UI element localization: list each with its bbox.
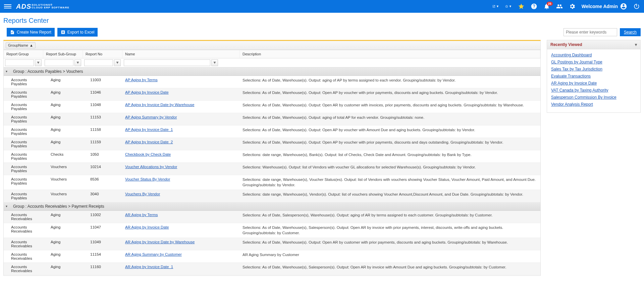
col-header-name[interactable]: Name xyxy=(122,50,240,58)
cell-desc: Selections: As of Date, Warehouse(s). Ou… xyxy=(240,140,540,148)
cell-group: Accounts Receivables xyxy=(4,213,43,221)
report-link[interactable]: AP Aging by Invoice Date by Warehouse xyxy=(125,103,194,107)
cell-group: Accounts Payables xyxy=(4,115,43,123)
logo[interactable]: ADS SOLUTIONS® CLOUD ERP SOFTWARE xyxy=(16,3,69,10)
report-link[interactable]: AR Aging by Invoice Date xyxy=(125,225,169,229)
recent-link[interactable]: Salesperson Commission By Invoice xyxy=(551,95,636,100)
cell-name: Vouchers By Vendor xyxy=(122,192,240,200)
filter-btn-name[interactable] xyxy=(211,59,218,66)
cell-no: 11049 xyxy=(83,240,122,248)
filter-sub[interactable] xyxy=(45,59,73,66)
cell-group: Accounts Payables xyxy=(4,103,43,111)
report-link[interactable]: Voucher Allocations by Vendor xyxy=(125,165,177,169)
cell-desc: Selections: As of Date, Salesperson(s), … xyxy=(240,213,540,221)
create-report-button[interactable]: Create New Report xyxy=(7,28,55,37)
cell-no: 10214 xyxy=(83,165,122,173)
col-header-sub[interactable]: Report Sub-Group xyxy=(43,50,83,58)
filter-group[interactable] xyxy=(5,59,34,66)
recent-link[interactable]: Sales Tax by Tax Jurisdiction xyxy=(551,67,636,71)
cell-sub: Vouchers xyxy=(43,177,83,188)
cell-no: 11160 xyxy=(83,265,122,273)
cell-no: 11158 xyxy=(83,128,122,136)
group-row[interactable]: ▾Group : Accounts Receivables > Payment … xyxy=(4,202,540,211)
group-chip[interactable]: GroupName ▲ xyxy=(6,42,36,48)
cell-sub: Aging xyxy=(43,240,83,248)
collapse-icon[interactable]: ▾ xyxy=(6,204,7,208)
share-icon[interactable]: ▼ xyxy=(492,3,499,10)
cell-desc: Selections: As of Date, Warehouse(s). Ou… xyxy=(240,103,540,111)
filter-no[interactable] xyxy=(84,59,113,66)
gear-icon[interactable] xyxy=(569,3,576,10)
report-link[interactable]: AP Aging by Invoice Date xyxy=(125,90,169,94)
report-link[interactable]: Voucher Status By Vendor xyxy=(125,177,170,181)
col-header-group[interactable]: Report Group xyxy=(4,50,43,58)
col-header-desc[interactable]: Description xyxy=(240,50,540,58)
bell-icon[interactable]: 25 xyxy=(543,3,550,10)
filter-btn-sub[interactable] xyxy=(74,59,81,66)
col-header-no[interactable]: Report No xyxy=(83,50,122,58)
table-row: Accounts ReceivablesAging11002AR Aging b… xyxy=(4,211,540,223)
cell-group: Accounts Receivables xyxy=(4,265,43,273)
collapse-icon[interactable]: ▾ xyxy=(6,69,7,73)
report-link[interactable]: Checkbook by Check Date xyxy=(125,152,171,156)
table-row: Accounts PayablesAging11046AP Aging by I… xyxy=(4,88,540,101)
cell-group: Accounts Payables xyxy=(4,165,43,173)
recent-link[interactable]: Vendor Analysis Report xyxy=(551,102,636,107)
cell-no: 1050 xyxy=(83,152,122,160)
report-link[interactable]: Vouchers By Vendor xyxy=(125,192,160,196)
report-link[interactable]: AP Aging by Terms xyxy=(125,78,158,82)
recent-link[interactable]: GL Postings by Journal Type xyxy=(551,60,636,64)
cell-desc: Selections: As of Date, Warehouse(s). Ou… xyxy=(240,115,540,123)
reports-grid: GroupName ▲ Report Group Report Sub-Grou… xyxy=(3,40,541,276)
cell-sub: Aging xyxy=(43,128,83,136)
report-link[interactable]: AP Aging by Invoice Date_2 xyxy=(125,140,173,144)
sort-asc-icon: ▲ xyxy=(30,43,33,47)
recent-link[interactable]: VAT Canada by Taxing Authority xyxy=(551,88,636,93)
recently-viewed-header: Recently Viewed ▾ xyxy=(547,40,640,49)
search-input[interactable] xyxy=(564,28,617,36)
content-area: GroupName ▲ Report Group Report Sub-Grou… xyxy=(0,40,644,279)
chevron-down-icon[interactable]: ▾ xyxy=(635,42,637,47)
cell-name: AR Aging by Invoice Date by Warehouse xyxy=(122,240,240,248)
star-filled-icon[interactable] xyxy=(518,3,525,10)
search-button[interactable]: Search xyxy=(620,28,641,36)
report-link[interactable]: AR Aging by Invoice Date_1 xyxy=(125,265,173,269)
cell-desc: Selections: As of Date, Warehouse(s). Ou… xyxy=(240,90,540,98)
cell-no: 11153 xyxy=(83,115,122,123)
group-row[interactable]: ▾Group : Accounts Payables > Vouchers xyxy=(4,67,540,76)
cell-sub: Checks xyxy=(43,152,83,160)
hamburger-menu[interactable] xyxy=(4,3,11,9)
welcome-user[interactable]: Welcome Admin xyxy=(582,3,627,10)
star-outline-icon[interactable]: ▼ xyxy=(505,3,512,10)
export-excel-button[interactable]: Export to Excel xyxy=(57,28,98,37)
filter-btn-group[interactable] xyxy=(35,59,42,66)
report-link[interactable]: AP Aging by Invoice Date_1 xyxy=(125,128,173,132)
report-link[interactable]: AR Aging by Invoice Date by Warehouse xyxy=(125,240,195,244)
cell-group: Accounts Receivables xyxy=(4,252,43,260)
table-row: Accounts PayablesAging11003AP Aging by T… xyxy=(4,76,540,88)
filter-name[interactable] xyxy=(124,59,210,66)
cell-sub: Aging xyxy=(43,265,83,273)
cell-group: Accounts Payables xyxy=(4,177,43,188)
report-link[interactable]: AP Aging Summary by Vendor xyxy=(125,115,177,119)
recent-link[interactable]: AR Aging by Invoice Date xyxy=(551,81,636,86)
notif-badge: 25 xyxy=(547,2,553,6)
power-icon[interactable] xyxy=(633,3,640,10)
cell-desc: Selections: As of Date, Warehouse(s). Ou… xyxy=(240,240,540,248)
cell-sub: Aging xyxy=(43,225,83,236)
cell-desc: Selections: date range, Warehouse(s), Ve… xyxy=(240,192,540,200)
cell-group: Accounts Payables xyxy=(4,192,43,200)
cell-name: AP Aging by Invoice Date xyxy=(122,90,240,98)
recent-link[interactable]: Accounting Dashboard xyxy=(551,53,636,57)
report-link[interactable]: AR Aging by Terms xyxy=(125,213,158,217)
cell-desc: Selections: As of Date, Warehouse(s), Sa… xyxy=(240,265,540,273)
help-icon[interactable] xyxy=(531,3,537,10)
grid-body[interactable]: ▾Group : Accounts Payables > VouchersAcc… xyxy=(4,67,540,275)
filter-btn-no[interactable] xyxy=(114,59,121,66)
recent-link[interactable]: Evaluate Transactions xyxy=(551,74,636,79)
users-icon[interactable] xyxy=(556,3,563,10)
cell-sub: Vouchers xyxy=(43,165,83,173)
cell-group: Accounts Payables xyxy=(4,128,43,136)
report-link[interactable]: AR Aging Summary by Customer xyxy=(125,252,182,256)
document-plus-icon xyxy=(10,30,15,35)
